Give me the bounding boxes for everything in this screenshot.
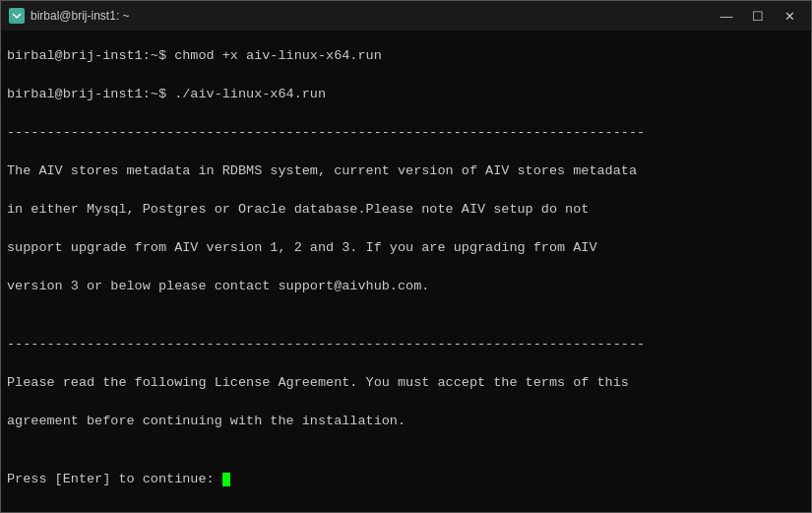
terminal-line: ----------------------------------------… [7,123,805,143]
terminal-icon [9,8,25,24]
window-controls: — ☐ ✕ [713,6,803,26]
terminal-line: support upgrade from AIV version 1, 2 an… [7,238,805,258]
terminal-line: in either Mysql, Postgres or Oracle data… [7,200,805,220]
terminal-line: birbal@brij-inst1:~$ chmod +x aiv-linux-… [7,46,805,66]
terminal-line: The AIV stores metadata in RDBMS system,… [7,161,805,181]
title-bar: birbal@brij-inst1: ~ — ☐ ✕ [1,1,811,31]
terminal-cursor [222,473,230,486]
minimize-button[interactable]: — [713,6,740,26]
maximize-button[interactable]: ☐ [744,6,772,26]
terminal-output[interactable]: Saving to: 'aiv-linux-x64.run?dl=0' aiv-… [1,31,811,512]
terminal-line: version 3 or below please contact suppor… [7,277,805,296]
close-button[interactable]: ✕ [776,6,803,26]
window-title: birbal@brij-inst1: ~ [31,9,130,23]
title-bar-left: birbal@brij-inst1: ~ [9,8,130,24]
terminal-line: Please read the following License Agreem… [7,373,805,393]
terminal-window: birbal@brij-inst1: ~ — ☐ ✕ Saving to: 'a… [0,0,812,513]
terminal-line: agreement before continuing with the ins… [7,412,805,431]
terminal-line: Press [Enter] to continue: [7,470,805,489]
terminal-line: ----------------------------------------… [7,335,805,354]
terminal-line: birbal@brij-inst1:~$ ./aiv-linux-x64.run [7,85,805,104]
